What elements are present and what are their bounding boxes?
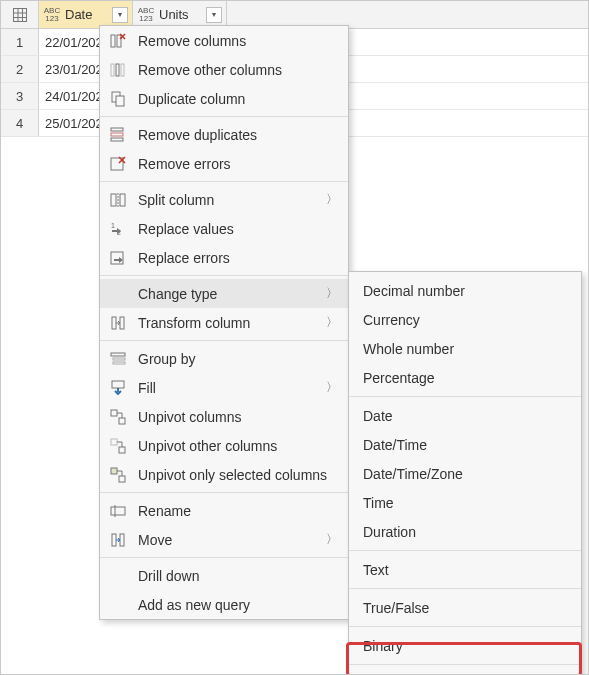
submenu-true-false[interactable]: True/False (349, 593, 581, 622)
svg-rect-40 (112, 534, 116, 546)
submenu-percentage[interactable]: Percentage (349, 363, 581, 392)
svg-rect-21 (120, 194, 125, 206)
menu-label: Remove other columns (138, 62, 338, 78)
menu-change-type[interactable]: Change type 〉 (100, 279, 348, 308)
menu-label: Split column (138, 192, 316, 208)
replace-values-icon: 12 (108, 219, 128, 239)
submenu-decimal-number[interactable]: Decimal number (349, 276, 581, 305)
svg-rect-34 (111, 439, 117, 445)
menu-replace-errors[interactable]: Replace errors (100, 243, 348, 272)
column-header-units[interactable]: ABC 123 Units ▾ (133, 1, 227, 28)
submenu-currency[interactable]: Currency (349, 305, 581, 334)
svg-rect-26 (112, 317, 116, 329)
fill-icon (108, 378, 128, 398)
svg-rect-14 (111, 128, 123, 131)
duplicate-column-icon (108, 89, 128, 109)
svg-rect-29 (113, 358, 125, 360)
menu-drill-down[interactable]: Drill down (100, 561, 348, 590)
menu-label: Move (138, 532, 316, 548)
menu-label: Remove columns (138, 33, 338, 49)
menu-unpivot-other-columns[interactable]: Unpivot other columns (100, 431, 348, 460)
menu-remove-duplicates[interactable]: Remove duplicates (100, 120, 348, 149)
menu-label: Rename (138, 503, 338, 519)
menu-label: Add as new query (138, 597, 338, 613)
submenu-label: Duration (363, 524, 416, 540)
submenu-whole-number[interactable]: Whole number (349, 334, 581, 363)
menu-unpivot-selected-columns[interactable]: Unpivot only selected columns (100, 460, 348, 489)
remove-duplicates-icon (108, 125, 128, 145)
rename-icon (108, 501, 128, 521)
svg-text:1: 1 (111, 222, 115, 229)
submenu-date-time-zone[interactable]: Date/Time/Zone (349, 459, 581, 488)
column-filter-dropdown[interactable]: ▾ (206, 7, 222, 23)
menu-remove-columns[interactable]: Remove columns (100, 26, 348, 55)
submenu-label: Decimal number (363, 283, 465, 299)
menu-label: Unpivot columns (138, 409, 338, 425)
menu-move[interactable]: Move 〉 (100, 525, 348, 554)
svg-rect-37 (119, 476, 125, 482)
menu-separator (100, 557, 348, 558)
submenu-separator (349, 396, 581, 397)
svg-rect-28 (111, 353, 125, 356)
menu-label: Change type (138, 286, 316, 302)
svg-rect-13 (116, 96, 124, 106)
svg-rect-35 (119, 447, 125, 453)
menu-fill[interactable]: Fill 〉 (100, 373, 348, 402)
submenu-duration[interactable]: Duration (349, 517, 581, 546)
row-number[interactable]: 4 (1, 110, 39, 136)
submenu-time[interactable]: Time (349, 488, 581, 517)
svg-rect-15 (111, 133, 123, 136)
submenu-binary[interactable]: Binary (349, 631, 581, 660)
submenu-date[interactable]: Date (349, 401, 581, 430)
datatype-any-icon: ABC 123 (137, 7, 155, 23)
menu-remove-errors[interactable]: Remove errors (100, 149, 348, 178)
row-number[interactable]: 2 (1, 56, 39, 82)
menu-label: Group by (138, 351, 338, 367)
svg-rect-33 (119, 418, 125, 424)
submenu-using-locale[interactable]: Using locale… (349, 669, 581, 675)
svg-rect-30 (113, 362, 125, 364)
submenu-label: Time (363, 495, 394, 511)
svg-rect-9 (111, 64, 114, 76)
menu-replace-values[interactable]: 12 Replace values (100, 214, 348, 243)
menu-add-as-new-query[interactable]: Add as new query (100, 590, 348, 619)
submenu-arrow-icon: 〉 (326, 285, 338, 302)
svg-rect-25 (111, 252, 123, 264)
menu-label: Transform column (138, 315, 316, 331)
submenu-date-time[interactable]: Date/Time (349, 430, 581, 459)
menu-group-by[interactable]: Group by (100, 344, 348, 373)
menu-duplicate-column[interactable]: Duplicate column (100, 84, 348, 113)
menu-split-column[interactable]: Split column 〉 (100, 185, 348, 214)
menu-remove-other-columns[interactable]: Remove other columns (100, 55, 348, 84)
select-all-corner[interactable] (1, 1, 39, 28)
submenu-text[interactable]: Text (349, 555, 581, 584)
menu-transform-column[interactable]: Transform column 〉 (100, 308, 348, 337)
submenu-label: Currency (363, 312, 420, 328)
submenu-separator (349, 550, 581, 551)
submenu-arrow-icon: 〉 (326, 314, 338, 331)
unpivot-selected-icon (108, 465, 128, 485)
menu-rename[interactable]: Rename (100, 496, 348, 525)
column-header-date[interactable]: ABC 123 Date ▾ (39, 1, 133, 28)
group-by-icon (108, 349, 128, 369)
datatype-any-icon: ABC 123 (43, 7, 61, 23)
menu-unpivot-columns[interactable]: Unpivot columns (100, 402, 348, 431)
move-icon (108, 530, 128, 550)
column-filter-dropdown[interactable]: ▾ (112, 7, 128, 23)
row-number[interactable]: 1 (1, 29, 39, 55)
row-number[interactable]: 3 (1, 83, 39, 109)
svg-rect-20 (111, 194, 116, 206)
column-header-date-label: Date (65, 7, 108, 22)
column-header-units-label: Units (159, 7, 202, 22)
remove-other-columns-icon (108, 60, 128, 80)
submenu-label: Date/Time/Zone (363, 466, 463, 482)
submenu-separator (349, 664, 581, 665)
menu-label: Replace values (138, 221, 338, 237)
unpivot-columns-icon (108, 407, 128, 427)
submenu-label: Binary (363, 638, 403, 654)
svg-rect-31 (112, 381, 124, 388)
submenu-separator (349, 588, 581, 589)
menu-separator (100, 181, 348, 182)
menu-label: Drill down (138, 568, 338, 584)
unpivot-other-columns-icon (108, 436, 128, 456)
